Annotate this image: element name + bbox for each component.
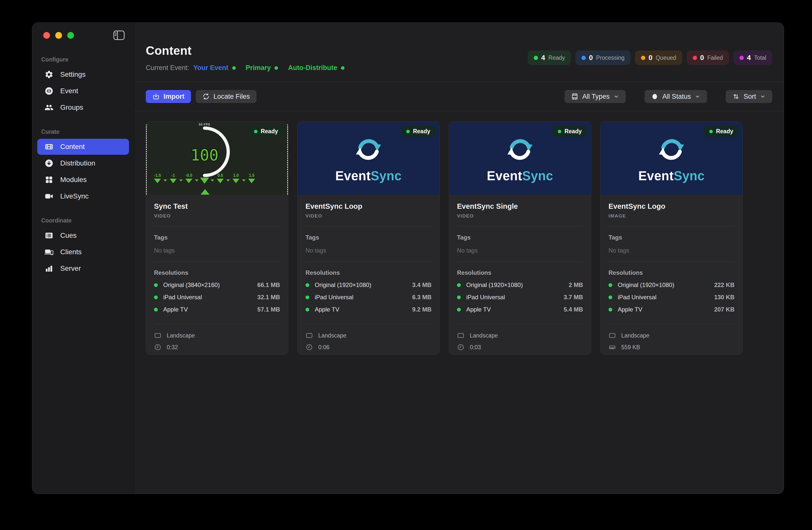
- import-label: Import: [163, 93, 185, 100]
- meta-row: Landscape: [154, 332, 280, 339]
- eventsync-logo-mark: [501, 133, 539, 167]
- type-filter-dropdown[interactable]: All Types: [565, 90, 626, 103]
- ready-badge: Ready: [704, 126, 739, 137]
- meta-row: 0:06: [305, 344, 432, 351]
- meta-value: Landscape: [621, 332, 650, 339]
- status-badge-total: 4Total: [734, 51, 772, 65]
- svg-text:50 FPS: 50 FPS: [199, 123, 210, 126]
- tags-value: No tags: [305, 247, 432, 254]
- resolution-name: iPad Universal: [163, 294, 202, 301]
- resolution-size: 32.1 MB: [257, 294, 280, 301]
- resolution-ready-dot: [305, 308, 309, 312]
- clock-icon: [457, 344, 464, 351]
- resolution-row: Original (1920×1080) 3.4 MB: [305, 282, 432, 288]
- distribution-icon: [44, 159, 54, 168]
- sidebar-section: CoordinateCuesClientsServer: [32, 217, 134, 276]
- resolution-ready-dot: [609, 308, 612, 312]
- svg-text:-1: -1: [172, 173, 175, 177]
- content-card-eventsync-logo[interactable]: EventSync Ready EventSync Logo IMAGE Tag…: [600, 121, 743, 355]
- card-body: Sync Test VIDEO Tags No tags Resolutions…: [146, 195, 288, 355]
- tags-value: No tags: [609, 247, 735, 254]
- resolution-name: Original (1920×1080): [466, 282, 523, 288]
- resolution-row: Original (3840×2160) 66.1 MB: [154, 282, 280, 288]
- svg-text:-0.5: -0.5: [186, 173, 192, 177]
- locate-files-label: Locate Files: [214, 93, 250, 100]
- meta-value: 0:32: [167, 344, 178, 351]
- resolution-row: Apple TV 5.4 MB: [457, 306, 583, 313]
- svg-text:0.5: 0.5: [218, 173, 223, 177]
- content-card-sync-test[interactable]: 50 FPS100-1.5-1-0.50.51.01.5 Ready Sync …: [146, 121, 288, 355]
- sidebar-item-modules[interactable]: Modules: [37, 172, 129, 188]
- event-name-link[interactable]: Your Event: [193, 64, 229, 72]
- resolution-row: iPad Universal 130 KB: [609, 294, 735, 301]
- meta-row: Landscape: [305, 332, 432, 339]
- sidebar-item-label: Event: [60, 87, 78, 95]
- status-label: Ready: [548, 55, 565, 61]
- meta-value: 559 KB: [621, 344, 640, 351]
- svg-text:-1.5: -1.5: [154, 173, 161, 177]
- sidebar-toggle-icon[interactable]: [113, 30, 125, 40]
- card-thumbnail: EventSync Ready: [449, 122, 591, 195]
- ready-dot: [709, 130, 713, 133]
- svg-text:1.5: 1.5: [249, 173, 254, 177]
- meta-row: 0:32: [154, 344, 280, 351]
- resolution-name: Apple TV: [466, 306, 491, 313]
- main-content: Content Current Event: Your Event Primar…: [134, 23, 784, 494]
- status-badge-processing: 0Processing: [576, 51, 630, 65]
- sort-label: Sort: [743, 93, 756, 100]
- toolbar: Import Locate Files All Types All Status…: [134, 82, 784, 111]
- sidebar-item-event[interactable]: Event: [37, 83, 129, 99]
- card-title: EventSync Logo: [609, 202, 735, 211]
- sidebar-item-content[interactable]: Content: [37, 139, 129, 155]
- sidebar-section-label: Curate: [32, 129, 134, 135]
- landscape-icon: [154, 332, 161, 339]
- event-online-dot: [232, 66, 236, 70]
- sidebar-item-distribution[interactable]: Distribution: [37, 155, 129, 171]
- resolution-ready-dot: [457, 296, 461, 299]
- resolution-ready-dot: [154, 308, 158, 312]
- zoom-button[interactable]: [67, 32, 74, 39]
- import-button[interactable]: Import: [146, 90, 191, 103]
- livesync-icon: [44, 192, 54, 201]
- locate-files-button[interactable]: Locate Files: [196, 90, 257, 103]
- status-filter-dropdown[interactable]: All Status: [644, 90, 707, 103]
- sort-dropdown[interactable]: Sort: [726, 90, 772, 103]
- resolution-ready-dot: [457, 308, 461, 312]
- meta-row: 559 KB: [609, 344, 735, 351]
- tags-value: No tags: [154, 247, 280, 254]
- card-type: VIDEO: [457, 213, 583, 219]
- type-filter-label: All Types: [582, 93, 609, 100]
- sidebar-item-cues[interactable]: Cues: [37, 228, 129, 244]
- sidebar-item-livesync[interactable]: LiveSync: [37, 188, 129, 204]
- clients-icon: [44, 247, 54, 257]
- sidebar-item-label: Server: [60, 264, 81, 272]
- status-filter-label: All Status: [662, 93, 691, 100]
- resolution-ready-dot: [609, 283, 612, 287]
- resolution-row: iPad Universal 3.7 MB: [457, 294, 583, 301]
- sidebar-item-clients[interactable]: Clients: [37, 244, 129, 260]
- ready-label: Ready: [716, 128, 733, 135]
- resolution-size: 130 KB: [714, 294, 735, 301]
- card-title: Sync Test: [154, 202, 280, 211]
- chevron-down-icon: [695, 94, 700, 100]
- card-body: EventSync Loop VIDEO Tags No tags Resolu…: [298, 195, 439, 355]
- sidebar-item-label: Content: [60, 143, 85, 151]
- resolutions-label: Resolutions: [457, 269, 583, 276]
- clock-icon: [154, 344, 161, 351]
- content-card-eventsync-single[interactable]: EventSync Ready EventSync Single VIDEO T…: [449, 121, 591, 355]
- sidebar-item-server[interactable]: Server: [37, 260, 129, 276]
- tags-label: Tags: [609, 234, 735, 241]
- content-card-eventsync-loop[interactable]: EventSync Ready EventSync Loop VIDEO Tag…: [297, 121, 440, 355]
- sidebar-item-groups[interactable]: Groups: [37, 100, 129, 115]
- card-thumbnail: EventSync Ready: [600, 122, 742, 195]
- sidebar-section-label: Coordinate: [32, 217, 134, 224]
- resolution-ready-dot: [305, 296, 309, 299]
- eventsync-logo-text: EventSync: [487, 169, 553, 183]
- card-type: IMAGE: [609, 213, 735, 219]
- drive-icon: [609, 344, 616, 351]
- sidebar-item-settings[interactable]: Settings: [37, 67, 129, 83]
- close-button[interactable]: [43, 32, 50, 39]
- minimize-button[interactable]: [55, 32, 62, 39]
- ready-dot: [254, 130, 258, 133]
- tags-label: Tags: [154, 234, 280, 241]
